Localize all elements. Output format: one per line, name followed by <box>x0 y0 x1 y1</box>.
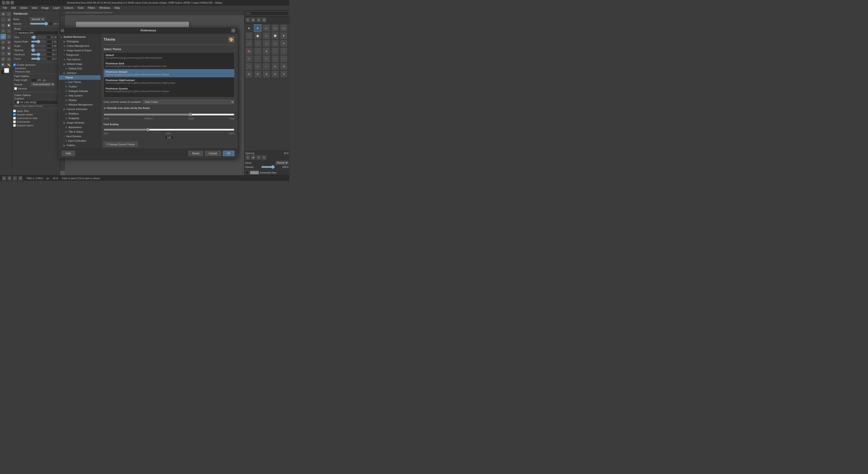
brush-setting-btn2[interactable]: ⊞ <box>251 155 256 160</box>
layer-visibility-icon[interactable] <box>245 171 249 174</box>
brush-item[interactable]: ✦ <box>280 32 287 39</box>
incremental-check[interactable] <box>13 121 16 123</box>
tool-perspective[interactable]: ◈ <box>6 45 11 50</box>
menu-filters[interactable]: Filters <box>86 6 97 10</box>
brush-item[interactable]: ⬤ <box>254 32 261 39</box>
theme-pixelmixer-highcontrast[interactable]: Pixelmixer-HighContrast /home/mark/githu… <box>104 77 234 86</box>
brush-item[interactable]: — <box>272 24 279 32</box>
brushes-filter-input[interactable] <box>245 11 288 15</box>
tool-blur[interactable]: ≈ <box>0 51 6 56</box>
theme-pixelmixer-dark[interactable]: Pixelmixer-Dark /home/mark/github/script… <box>104 61 234 69</box>
size-slider[interactable] <box>31 36 46 39</box>
prefs-input-controllers[interactable]: ● Input Controllers <box>59 138 101 143</box>
brush-item[interactable]: ⬡ <box>263 40 270 47</box>
apply-jitter-check[interactable] <box>13 109 16 112</box>
prefs-default-image[interactable]: ▶ Default Image <box>59 62 101 66</box>
brush-setting-btn1[interactable]: ✏ <box>245 155 250 160</box>
spacing-slider[interactable] <box>31 48 46 52</box>
prefs-snapping[interactable]: ⊕ Snapping <box>59 116 101 121</box>
tool-paintbrush[interactable]: 🖌 <box>0 34 6 39</box>
enable-dynamics-check[interactable] <box>13 64 16 66</box>
minimize-btn[interactable]: − <box>2 1 5 4</box>
brush-item[interactable]: ❇ <box>280 70 287 78</box>
tool-select-color[interactable]: ⬢ <box>6 23 11 28</box>
prefs-modifiers[interactable]: ⊕ Modifiers <box>59 111 101 116</box>
prefs-colour-management[interactable]: ⊕ Colour Management <box>59 44 101 48</box>
prefs-title-status[interactable]: ⊕ Title & Status <box>59 130 101 134</box>
menu-layer[interactable]: Layer <box>51 6 62 10</box>
prefs-toolbox[interactable]: ⊕ Toolbox <box>59 84 101 89</box>
brush-item[interactable]: ⬟ <box>272 32 279 39</box>
status-btn1[interactable]: ▲ <box>2 176 6 180</box>
status-btn4[interactable]: ↺ <box>18 176 23 180</box>
brush-item[interactable]: ✿ <box>280 63 287 70</box>
tool-paths[interactable]: ✦ <box>6 57 11 62</box>
menu-image[interactable]: Image <box>39 6 51 10</box>
menu-file[interactable]: File <box>1 6 9 10</box>
brush-item[interactable]: ⊗ <box>280 40 287 47</box>
brush-tool-btn4[interactable]: ⊟ <box>261 18 267 22</box>
prefs-interface[interactable]: ▶ Interface <box>59 71 101 75</box>
brush-item[interactable]: ⋱ <box>254 55 261 62</box>
tool-clone[interactable]: ⊙ <box>6 39 11 45</box>
brush-item[interactable]: ○ <box>263 32 270 39</box>
theme-default[interactable]: Default /home/mark/code/gnome/share/gimp… <box>104 53 234 61</box>
smooth-stroke-check[interactable] <box>13 113 16 116</box>
opacity-slider[interactable] <box>30 22 48 25</box>
reset-button[interactable]: Reset <box>188 151 203 156</box>
brush-item[interactable]: — <box>263 24 270 32</box>
tool-zoom[interactable]: 🔍 <box>0 62 6 68</box>
cancel-button[interactable]: Cancel <box>205 151 221 156</box>
prefs-display[interactable]: ⊟ Display <box>59 98 101 102</box>
brush-value[interactable]: 2. Hardness 050 <box>14 31 58 35</box>
prefs-canvas-interaction[interactable]: ▶ Canvas Interaction <box>59 107 101 111</box>
color-scheme-select[interactable]: Dark Colors Light Colors System <box>143 100 235 104</box>
brush-item[interactable]: ✾ <box>263 70 270 78</box>
brush-item[interactable]: ❁ <box>254 70 261 78</box>
menu-windows[interactable]: Windows <box>97 6 112 10</box>
brush-tool-btn1[interactable]: ✏ <box>245 18 250 22</box>
mode-select[interactable]: Normal <box>30 17 45 21</box>
help-button[interactable]: Help <box>62 151 75 156</box>
brush-item[interactable]: ∷ <box>254 47 261 55</box>
brush-item[interactable]: // <box>272 40 279 47</box>
prefs-appearance[interactable]: ⊕ Appearance <box>59 125 101 130</box>
brush-item[interactable]: ·· <box>245 32 253 39</box>
prefs-dialogue-defaults[interactable]: ⊕ Dialogue Defaults <box>59 89 101 93</box>
status-btn2[interactable]: ▼ <box>7 176 12 180</box>
menu-edit[interactable]: Edit <box>9 6 18 10</box>
tool-select-rect[interactable]: □ <box>6 11 11 17</box>
brush-item[interactable]: ⁂ <box>245 70 253 78</box>
maximize-btn[interactable]: □ <box>6 1 10 4</box>
brush-item[interactable]: ⁘ <box>280 47 287 55</box>
brush-item[interactable]: ⊹ <box>263 63 270 70</box>
dialog-close-button[interactable]: × <box>231 29 236 33</box>
prefs-input-devices[interactable]: + Input Devices <box>59 134 101 138</box>
tool-transform[interactable]: ↔ <box>6 28 11 34</box>
brush-item[interactable]: ≀ <box>272 55 279 62</box>
brush-item[interactable]: ⋯ <box>280 55 287 62</box>
force-slider[interactable] <box>31 57 46 60</box>
font-scale-slider[interactable] <box>103 128 235 132</box>
brush-item[interactable]: ⁕ <box>254 63 261 70</box>
icon-size-slider[interactable] <box>103 113 235 116</box>
background-color[interactable] <box>4 68 9 73</box>
menu-select[interactable]: Select <box>18 6 29 10</box>
brush-item[interactable]: ● <box>245 24 253 32</box>
prefs-playground[interactable]: + Playground <box>59 53 101 57</box>
dialog-minimize-btn[interactable]: − <box>61 29 64 32</box>
right-mode-select[interactable]: Normal <box>276 161 288 165</box>
tool-select-fuzzy[interactable]: ⬡ <box>0 23 6 28</box>
close-btn[interactable]: × <box>10 1 14 4</box>
brush-item[interactable]: ≋ <box>245 55 253 62</box>
lock-brush-check[interactable] <box>13 117 16 120</box>
reload-theme-button[interactable]: ↺ Reload Current Theme <box>103 142 138 147</box>
theme-list[interactable]: Default /home/mark/code/gnome/share/gimp… <box>103 52 235 97</box>
brush-item[interactable]: ❃ <box>272 70 279 78</box>
preferences-dialog[interactable]: − Preferences × ● System Resources ▶ Deb… <box>59 27 238 158</box>
hardness-slider[interactable] <box>31 53 46 56</box>
brush-item[interactable]: ◈ <box>263 47 270 55</box>
prefs-window-management[interactable]: ⊟ Window Management <box>59 102 101 107</box>
brush-item[interactable]: ● <box>254 24 261 32</box>
prefs-image-windows[interactable]: ▶ Image Windows <box>59 121 101 125</box>
